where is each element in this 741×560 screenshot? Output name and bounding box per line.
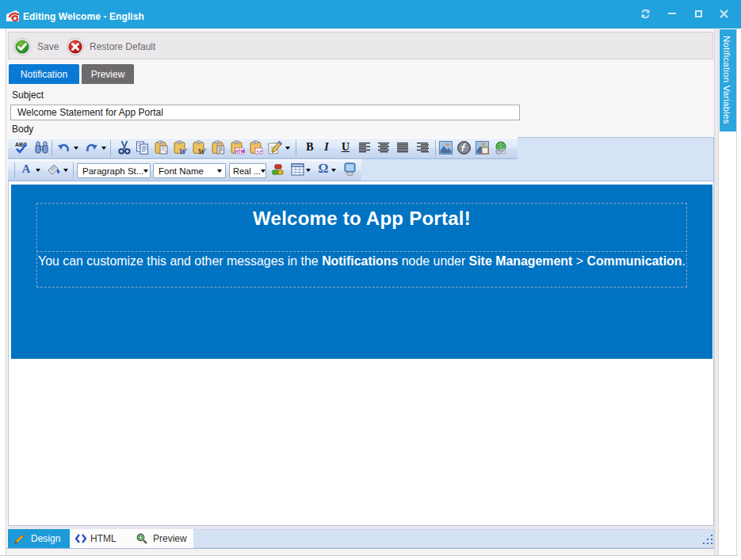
- svg-text:W: W: [179, 147, 188, 155]
- svg-text:<>: <>: [257, 149, 263, 154]
- svg-text:W: W: [198, 147, 207, 155]
- svg-text:HTML: HTML: [235, 149, 245, 154]
